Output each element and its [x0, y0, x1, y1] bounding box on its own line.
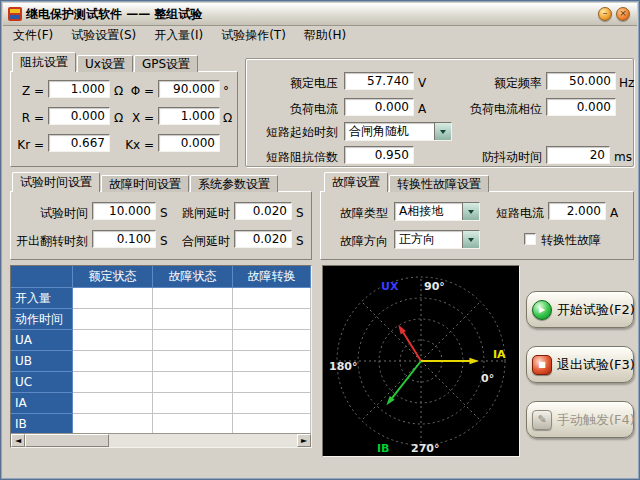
table-row: UC — [11, 372, 311, 393]
rated-voltage-input[interactable] — [344, 72, 414, 90]
short-current-label: 短路电流 — [488, 204, 544, 222]
button-label: 开始试验(F2) — [557, 301, 635, 319]
table-row: UA — [11, 330, 311, 351]
table-row: 开入量 — [11, 288, 311, 309]
scroll-left-button[interactable]: ◄ — [11, 434, 25, 447]
trip-delay-unit: S — [296, 204, 304, 222]
time-tab-0[interactable]: 试验时间设置 — [12, 172, 100, 192]
convertible-fault-checkbox[interactable] — [524, 233, 536, 245]
test-time-input[interactable] — [92, 202, 156, 220]
table-cell[interactable] — [233, 288, 311, 309]
row-label-2: UA — [11, 330, 73, 351]
impedance-multiple-input[interactable] — [344, 146, 414, 164]
load-current-label: 负荷电流 — [272, 100, 338, 118]
start-test-button[interactable]: ▶开始试验(F2) — [526, 291, 634, 328]
rated-frequency-unit: Hz — [619, 74, 634, 92]
table-cell[interactable] — [73, 288, 153, 309]
x-input[interactable] — [158, 107, 220, 125]
table-cell[interactable] — [233, 351, 311, 372]
kx-input[interactable] — [158, 134, 220, 152]
z-input[interactable] — [48, 80, 110, 98]
flip-time-unit: S — [160, 232, 168, 250]
play-icon: ▶ — [532, 300, 552, 320]
fault-tab-0[interactable]: 故障设置 — [324, 172, 388, 192]
table-cell[interactable] — [153, 414, 233, 435]
manual-trigger-button[interactable]: ✎手动触发(F4) — [526, 401, 634, 438]
exit-test-button[interactable]: ■退出试验(F3) — [526, 346, 634, 383]
r-input[interactable] — [48, 107, 110, 125]
table-cell[interactable] — [153, 288, 233, 309]
impedance-tab-0[interactable]: 阻抗设置 — [12, 52, 76, 72]
trip-delay-input[interactable] — [234, 202, 292, 220]
chevron-down-icon[interactable] — [462, 231, 479, 248]
table-cell[interactable] — [153, 309, 233, 330]
table-row: IB — [11, 414, 311, 435]
close-delay-input[interactable] — [234, 230, 292, 248]
table-cell[interactable] — [153, 372, 233, 393]
impedance-tab-1[interactable]: Ux设置 — [77, 55, 133, 72]
table-cell[interactable] — [153, 351, 233, 372]
scroll-right-button[interactable]: ► — [297, 434, 311, 447]
svg-text:90°: 90° — [424, 280, 445, 293]
table-cell[interactable] — [73, 351, 153, 372]
table-cell[interactable] — [73, 372, 153, 393]
title-bar[interactable]: 继电保护测试软件 —— 整组试验 – × — [3, 3, 637, 26]
z-label: Z = — [10, 82, 44, 100]
table-cell[interactable] — [73, 309, 153, 330]
scroll-thumb[interactable] — [25, 434, 109, 447]
row-label-5: IA — [11, 393, 73, 414]
minimize-button[interactable]: – — [598, 7, 612, 21]
table-cell[interactable] — [233, 372, 311, 393]
impedance-multiple-label: 短路阻抗倍数 — [258, 148, 338, 166]
scroll-track[interactable] — [25, 434, 297, 447]
short-start-combo[interactable]: 合闸角随机 — [344, 122, 452, 141]
table-row: IA — [11, 393, 311, 414]
load-current-input[interactable] — [344, 98, 414, 116]
menu-test-operation[interactable]: 试验操作(T) — [212, 25, 295, 46]
menu-help[interactable]: 帮助(H) — [295, 25, 355, 46]
phi-input[interactable] — [158, 80, 220, 98]
table-cell[interactable] — [73, 330, 153, 351]
menu-file[interactable]: 文件(F) — [4, 25, 62, 46]
chevron-down-icon[interactable] — [434, 123, 451, 140]
chevron-down-icon[interactable] — [462, 203, 479, 220]
phi-label: Φ = — [116, 82, 154, 100]
table-cell[interactable] — [233, 414, 311, 435]
svg-text:270°: 270° — [411, 442, 439, 455]
table-header-2: 故障转换 — [233, 266, 311, 288]
table-header-1: 故障状态 — [153, 266, 233, 288]
short-current-input[interactable] — [548, 202, 606, 220]
load-current-phase-input[interactable] — [546, 98, 616, 116]
x-label: X = — [116, 109, 154, 127]
rated-frequency-input[interactable] — [546, 72, 616, 90]
svg-text:180°: 180° — [329, 360, 357, 373]
kr-input[interactable] — [48, 134, 110, 152]
fault-direction-label: 故障方向 — [332, 232, 388, 250]
time-tab-1[interactable]: 故障时间设置 — [101, 175, 189, 192]
table-cell[interactable] — [73, 414, 153, 435]
close-button[interactable]: × — [616, 7, 630, 21]
fault-direction-combo[interactable]: 正方向 — [394, 230, 480, 249]
short-current-unit: A — [610, 204, 618, 222]
table-cell[interactable] — [233, 393, 311, 414]
menu-bar: 文件(F)试验设置(S)开入量(I)试验操作(T)帮助(H) — [4, 26, 636, 45]
table-cell[interactable] — [73, 393, 153, 414]
debounce-time-input[interactable] — [546, 146, 610, 164]
table-cell[interactable] — [233, 309, 311, 330]
svg-text:UX: UX — [381, 280, 399, 293]
row-label-1: 动作时间 — [11, 309, 73, 330]
load-current-phase-label: 负荷电流相位 — [450, 100, 542, 118]
table-h-scrollbar[interactable]: ◄ ► — [11, 433, 311, 447]
impedance-tab-2[interactable]: GPS设置 — [134, 55, 198, 72]
menu-input-quantity[interactable]: 开入量(I) — [145, 25, 212, 46]
voltage-vector — [398, 325, 406, 335]
fault-tab-1[interactable]: 转换性故障设置 — [389, 175, 489, 192]
menu-test-settings[interactable]: 试验设置(S) — [62, 25, 145, 46]
table-cell[interactable] — [153, 330, 233, 351]
time-tab-2[interactable]: 系统参数设置 — [190, 175, 278, 192]
table-cell[interactable] — [233, 330, 311, 351]
table-cell[interactable] — [153, 393, 233, 414]
flip-time-input[interactable] — [92, 230, 156, 248]
fault-type-combo[interactable]: A相接地 — [394, 202, 480, 221]
r-label: R = — [10, 109, 44, 127]
